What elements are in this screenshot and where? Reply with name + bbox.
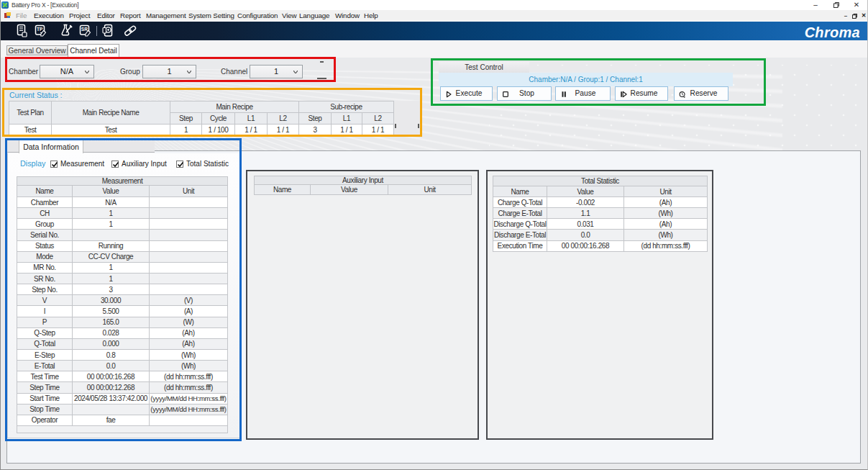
svg-text:SR: SR — [81, 27, 88, 32]
svg-text:TP: TP — [37, 27, 43, 32]
